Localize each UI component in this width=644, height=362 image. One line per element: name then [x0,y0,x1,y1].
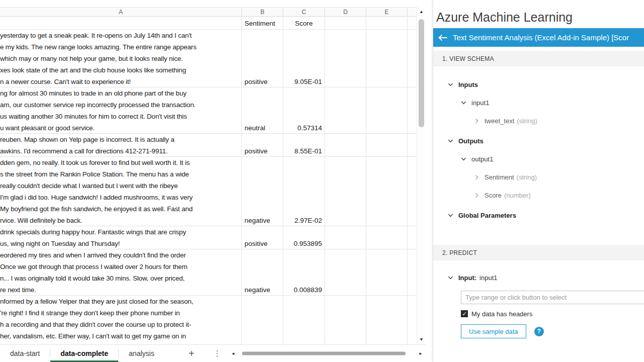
cell-empty[interactable] [325,134,366,156]
review-row-6: eordered my tires and when I arrived the… [0,249,417,296]
cell-empty[interactable] [408,249,417,295]
section-view-schema[interactable]: 1. VIEW SCHEMA [433,51,644,66]
cell-empty[interactable] [408,157,417,226]
cell-empty[interactable] [366,157,408,226]
cell-empty[interactable] [408,17,417,29]
chevron-right-icon [473,192,480,199]
cell-score[interactable]: 0.008839 [283,249,325,295]
cell-empty[interactable] [366,226,408,249]
cell-sentiment[interactable]: positive [242,30,283,87]
cell-review-text[interactable]: yesterday to get a sneak peak. It re-ope… [0,30,242,87]
cell-sentiment[interactable]: positive [242,134,283,156]
cell-score[interactable]: 9.05E-01 [283,30,325,87]
cell-empty[interactable] [366,296,408,344]
cell-empty[interactable] [366,17,408,29]
vertical-scrollbar-thumb[interactable] [419,19,424,127]
cell-sentiment[interactable] [242,296,283,344]
field-type: (string) [517,117,537,125]
cell-score[interactable]: 8.55E-01 [283,134,325,156]
range-input[interactable] [461,291,644,304]
tree-label: Inputs [458,81,478,88]
tree-tweet-text[interactable]: tweet_text (string) [433,112,644,130]
cell-sentiment[interactable]: neutral [242,87,283,133]
tree-label: Global Parameters [458,212,516,219]
vertical-scrollbar[interactable]: ▲ ▼ [417,7,426,344]
cell-review-text[interactable]: drink specials during happy hour. Fantas… [0,226,242,249]
cell-sentiment[interactable]: negative [242,157,283,226]
cell-review-text[interactable]: nformed by a fellow Yelper that they are… [0,296,242,344]
column-header-d[interactable]: D [325,8,366,16]
predict-input-row[interactable]: Input: input1 [433,269,644,286]
cell-score[interactable] [283,296,325,344]
tree-global-parameters[interactable]: Global Parameters [433,206,644,224]
cell-sentiment[interactable]: positive [242,226,283,249]
column-header-e[interactable]: E [366,8,408,16]
review-text-line: really couldn't decide what I wanted but… [0,180,242,192]
cell-header-sentiment[interactable]: Sentiment [242,17,283,29]
cell-header-score[interactable]: Score [283,17,325,29]
sheet-list-menu-icon[interactable]: ⋮ [209,345,225,362]
use-sample-data-button[interactable]: Use sample data [461,324,526,338]
tree-input1[interactable]: input1 [433,94,644,112]
field-name: Sentiment [485,173,514,181]
cell-empty[interactable] [408,30,417,87]
cell-empty[interactable] [366,87,408,133]
cell-empty[interactable] [325,249,366,295]
cell-score[interactable]: 0.57314 [283,87,325,133]
add-sheet-button[interactable]: + [185,345,199,362]
scroll-left-icon[interactable]: ◄ [228,345,238,362]
tree-outputs[interactable]: Outputs [433,132,644,150]
cell-empty[interactable] [408,226,417,249]
cell-empty[interactable] [366,134,408,156]
review-text-line: re next time. [0,284,242,295]
review-text-line: u want pleasant or good service. [0,122,242,133]
column-header-b[interactable]: B [242,8,283,16]
cell-empty[interactable] [366,30,408,87]
horizontal-scrollbar-thumb[interactable] [242,352,406,355]
cell-empty[interactable] [325,296,366,344]
cell-empty[interactable] [408,87,417,133]
tab-data-start[interactable]: data-start [0,345,50,362]
cell-empty[interactable] [325,226,366,249]
tab-label: analysis [129,349,154,357]
cell-sentiment[interactable]: negative [242,249,283,295]
cell-empty[interactable] [408,296,417,344]
column-header-c[interactable]: C [283,8,325,16]
review-text-line: nformed by a fellow Yelper that they are… [0,296,242,307]
cell-empty[interactable] [366,249,408,295]
help-icon[interactable]: ? [534,327,544,336]
predict-actions: Use sample data ? [461,324,644,338]
tree-inputs[interactable]: Inputs [433,75,644,94]
tab-data-complete[interactable]: data-complete [50,345,118,362]
column-header-a[interactable]: A [0,8,242,16]
cell-review-text[interactable]: eordered my tires and when I arrived the… [0,249,242,295]
cell-review-text[interactable]: ng for almost 30 minutes to trade in an … [0,87,242,133]
tab-label: data-complete [60,349,108,357]
horizontal-scrollbar[interactable] [239,345,412,362]
cell-empty[interactable] [325,87,366,133]
scroll-right-icon[interactable]: ► [416,345,426,362]
tree-output1[interactable]: output1 [433,150,644,168]
cell-score[interactable]: 2.97E-02 [283,157,325,226]
back-button[interactable] [437,34,448,42]
tree-score[interactable]: Score (number) [433,186,644,204]
cell-score[interactable]: 0.953895 [283,226,325,249]
scroll-down-icon[interactable]: ▼ [417,337,426,342]
column-header-partial[interactable] [408,8,417,16]
cell-empty[interactable] [325,17,366,29]
cell-review-text[interactable]: dden gem, no really. It took us forever … [0,157,242,226]
cell-header-a[interactable] [0,17,242,29]
tab-analysis[interactable]: analysis [119,345,165,362]
cell-review-text[interactable]: reuben. Map shown on Yelp page is incorr… [0,134,242,156]
cell-empty[interactable] [408,134,417,156]
cell-empty[interactable] [325,30,366,87]
scroll-up-icon[interactable]: ▲ [417,9,426,14]
checkbox-checked-icon[interactable]: ✓ [461,310,468,317]
chevron-right-icon [473,174,480,180]
review-text-line: which may or many not help your game, bu… [0,53,242,64]
sheet-header-row: SentimentScore [0,17,417,30]
tree-sentiment[interactable]: Sentiment (string) [433,168,644,186]
section-predict[interactable]: 2. PREDICT [433,245,644,260]
headers-checkbox-row[interactable]: ✓ My data has headers [461,309,644,318]
cell-empty[interactable] [325,157,366,226]
